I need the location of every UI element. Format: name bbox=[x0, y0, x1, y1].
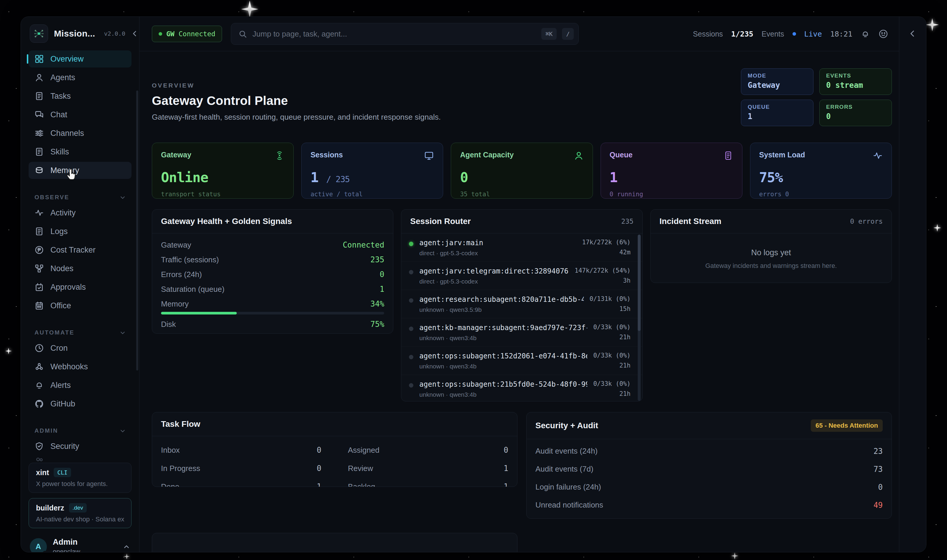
sidebar-item-activity[interactable]: Activity bbox=[29, 204, 131, 222]
session-row[interactable]: agent:research:subagent:820a711e-db5b-4e… bbox=[401, 290, 642, 318]
sidebar-item-logs[interactable]: Logs bbox=[29, 223, 131, 240]
page-header: OVERVIEW Gateway Control Plane Gateway-f… bbox=[152, 68, 892, 126]
main-column: GW Connected ⌘K / Sessions 1/235 Events … bbox=[139, 17, 899, 552]
panel-row: Gateway Health + Golden Signals GatewayC… bbox=[152, 209, 892, 402]
stat-card-queue[interactable]: Queue 1 0 running bbox=[601, 143, 742, 198]
gateway-health-panel: Gateway Health + Golden Signals GatewayC… bbox=[152, 209, 393, 334]
sidebar-item-skills[interactable]: Skills bbox=[29, 143, 131, 160]
sidebar-item-chat[interactable]: Chat bbox=[29, 106, 131, 123]
sidebar-header: Mission... v2.0.0 bbox=[21, 25, 139, 51]
right-rail bbox=[899, 17, 926, 552]
section-label: AUTOMATE bbox=[34, 329, 74, 336]
session-status-dot bbox=[409, 242, 413, 246]
stat-value: 0 bbox=[460, 169, 584, 185]
sidebar-item-agents[interactable]: Agents bbox=[29, 69, 131, 86]
badge-mode: MODE Gateway bbox=[741, 68, 813, 95]
sidebar-item-security[interactable]: Security bbox=[29, 438, 131, 455]
promo-card-xint[interactable]: xint CLI X power tools for agents. bbox=[29, 463, 131, 493]
sidebar-item-label: Alerts bbox=[51, 381, 71, 390]
sidebar-item-label: Channels bbox=[51, 129, 84, 138]
promo-card-builderz[interactable]: builderz .dev AI-native dev shop · Solan… bbox=[29, 498, 131, 528]
security-row: Audit events (24h)23 bbox=[527, 442, 892, 460]
sidebar-item-nodes[interactable]: Nodes bbox=[29, 260, 131, 277]
chevron-up-icon[interactable] bbox=[123, 543, 130, 551]
shield-check-icon bbox=[34, 442, 44, 451]
panel-collapse-chevron-icon[interactable] bbox=[909, 29, 917, 40]
sliders-icon bbox=[34, 129, 44, 138]
stat-card-gateway[interactable]: Gateway Online transport status bbox=[152, 143, 294, 198]
sidebar-item-office[interactable]: Office bbox=[29, 297, 131, 314]
session-row[interactable]: agent:jarv:telegram:direct:328940762dire… bbox=[401, 262, 642, 290]
sidebar-scrollbar[interactable] bbox=[136, 91, 138, 371]
sidebar-nav-admin: Security bbox=[21, 438, 139, 463]
section-label: OBSERVE bbox=[34, 194, 69, 201]
partial-card-below-fold bbox=[152, 533, 517, 552]
gateway-status-pill: GW Connected bbox=[152, 26, 222, 42]
sidebar-item-alerts[interactable]: Alerts bbox=[29, 377, 131, 394]
search-icon bbox=[238, 29, 247, 38]
list-scrollbar[interactable] bbox=[638, 235, 641, 401]
empty-state-subtitle: Gateway incidents and warnings stream he… bbox=[705, 262, 837, 270]
file-text-icon bbox=[34, 91, 44, 101]
taskflow-row: In Progress0 bbox=[161, 459, 321, 477]
session-status-dot bbox=[409, 270, 413, 274]
chat-icon bbox=[34, 110, 44, 119]
sidebar-item-label: Approvals bbox=[51, 283, 86, 292]
sidebar-item-channels[interactable]: Channels bbox=[29, 125, 131, 142]
section-header-admin[interactable]: ADMIN bbox=[34, 428, 126, 434]
notification-bell-icon[interactable] bbox=[861, 29, 870, 38]
session-status-dot bbox=[409, 298, 413, 303]
sidebar-item-approvals[interactable]: Approvals bbox=[29, 278, 131, 295]
sidebar-item-overview[interactable]: Overview bbox=[29, 51, 131, 68]
session-status-dot bbox=[409, 355, 413, 359]
taskflow-row: Assigned0 bbox=[348, 441, 508, 459]
stat-label: Sessions bbox=[311, 151, 343, 159]
badge-value: Gateway bbox=[748, 81, 807, 89]
health-row: GatewayConnected bbox=[152, 238, 393, 252]
global-search[interactable]: ⌘K / bbox=[231, 23, 579, 45]
section-header-automate[interactable]: AUTOMATE bbox=[34, 329, 126, 336]
breadcrumb-eyebrow: OVERVIEW bbox=[152, 82, 441, 89]
badge-errors: ERRORS 0 bbox=[819, 100, 892, 126]
badge-value: 0 bbox=[826, 112, 885, 121]
sidebar-item-label: Chat bbox=[51, 110, 67, 119]
sidebar-nav-automate: Cron Webhooks Alerts GitHub bbox=[21, 340, 139, 416]
session-row[interactable]: agent:ops:subagent:152d2061-e074-41fb-8e… bbox=[401, 346, 642, 375]
stat-card-sessions[interactable]: Sessions 1 / 235 active / total bbox=[301, 143, 443, 198]
session-row[interactable]: agent:ops:subagent:21b5fd0e-524b-48f0-99… bbox=[401, 375, 642, 402]
sidebar-item-cron[interactable]: Cron bbox=[29, 340, 131, 357]
app-version: v2.0.0 bbox=[104, 30, 125, 37]
session-row[interactable]: agent:jarv:maindirect · gpt-5.3-codex 17… bbox=[401, 234, 642, 262]
sidebar-item-webhooks[interactable]: Webhooks bbox=[29, 358, 131, 375]
promo-badge: .dev bbox=[69, 503, 87, 512]
mouse-cursor-hand bbox=[65, 168, 78, 182]
sidebar-item-cost-tracker[interactable]: Cost Tracker bbox=[29, 242, 131, 258]
status-dot bbox=[159, 32, 162, 36]
security-audit-panel: Security + Audit 65 - Needs Attention Au… bbox=[526, 412, 892, 519]
feedback-smiley-icon[interactable] bbox=[878, 29, 888, 39]
stat-card-agent-capacity[interactable]: Agent Capacity 0 35 total bbox=[451, 143, 593, 198]
section-header-observe[interactable]: OBSERVE bbox=[34, 194, 126, 201]
promo-description: X power tools for agents. bbox=[36, 480, 124, 488]
status-badge-grid: MODE Gateway EVENTS 0 stream QUEUE 1 E bbox=[741, 68, 892, 126]
pulse-icon bbox=[873, 151, 883, 162]
scrollbar-thumb[interactable] bbox=[638, 235, 641, 331]
search-input[interactable] bbox=[253, 29, 536, 38]
stat-suffix: / 235 bbox=[326, 174, 350, 184]
sidebar-item-label: Security bbox=[51, 442, 79, 451]
app-logo bbox=[30, 25, 48, 43]
sparkle-star bbox=[124, 554, 130, 559]
session-row[interactable]: agent:kb-manager:subagent:9aed797e-723f-… bbox=[401, 318, 642, 346]
sidebar-item-github[interactable]: GitHub bbox=[29, 395, 131, 412]
session-list: agent:jarv:maindirect · gpt-5.3-codex 17… bbox=[401, 234, 642, 402]
taskflow-row: Done1 bbox=[161, 477, 321, 487]
stat-card-system-load[interactable]: System Load 75% errors 0 bbox=[750, 143, 892, 198]
sidebar-collapse-chevron-icon[interactable] bbox=[131, 30, 139, 37]
badge-value: 1 bbox=[748, 112, 807, 121]
stat-value: 75% bbox=[759, 169, 883, 185]
sidebar-item-tasks[interactable]: Tasks bbox=[29, 88, 131, 105]
user-menu[interactable]: A Admin openclaw bbox=[30, 538, 130, 552]
taskflow-row: Backlog1 bbox=[348, 477, 508, 487]
badge-label: QUEUE bbox=[748, 104, 807, 110]
sidebar-item-memory[interactable]: Memory bbox=[29, 162, 131, 179]
